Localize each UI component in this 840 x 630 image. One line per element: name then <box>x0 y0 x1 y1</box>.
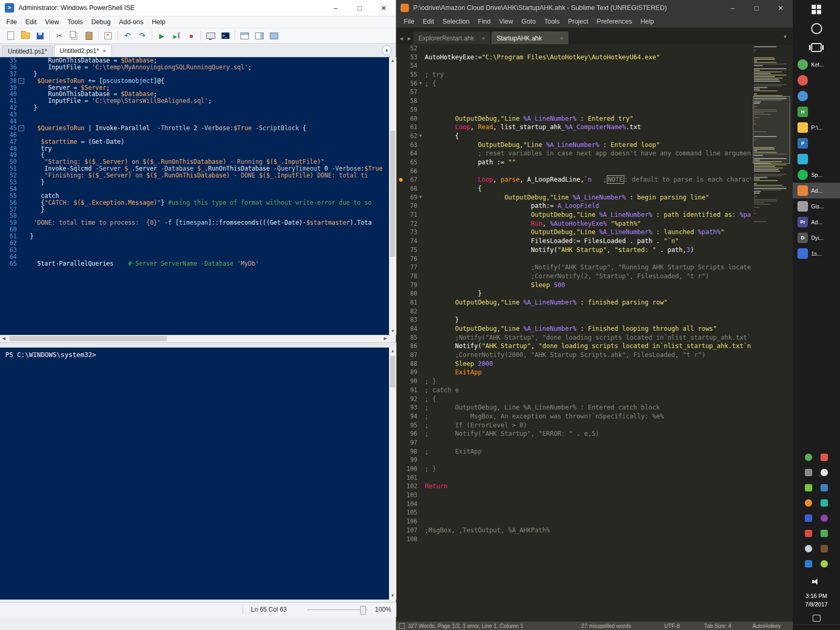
code-line[interactable]: 92; { <box>396 395 751 404</box>
tab-untitled1-ps1[interactable]: Untitled1.ps1* <box>2 46 53 57</box>
run-script-button[interactable] <box>155 30 169 41</box>
code-line[interactable]: 42 } <box>0 104 389 111</box>
scroll-up-arrow-icon[interactable]: ▲ <box>389 348 396 355</box>
code-line[interactable]: 91; catch e <box>396 386 751 395</box>
code-line[interactable]: 104 <box>396 500 751 509</box>
tray-icon[interactable] <box>821 484 828 491</box>
code-line[interactable]: 48 try <box>0 145 389 152</box>
scrollbar-thumb[interactable] <box>390 131 395 257</box>
cut-button[interactable] <box>52 30 66 41</box>
sublime-maximize-button[interactable]: □ <box>744 0 769 16</box>
fold-arrow-icon[interactable]: ▼ <box>417 132 424 141</box>
start-button[interactable] <box>793 0 840 19</box>
code-line[interactable]: 62 <box>0 240 389 247</box>
menu-item-edit[interactable]: Edit <box>21 17 41 27</box>
code-line[interactable]: 53 } <box>0 179 389 186</box>
tray-icon[interactable] <box>805 454 812 461</box>
taskbar-app-button[interactable]: P <box>793 135 840 151</box>
tab-size-status[interactable]: Tab Size: 4 <box>704 623 731 629</box>
code-line[interactable]: 60 OutputDebug,"Line %A_LineNumber% : En… <box>396 114 751 123</box>
code-line[interactable]: 73 OutputDebug,"Line %A_LineNumber% : la… <box>396 228 751 237</box>
undo-button[interactable] <box>121 30 134 41</box>
code-line[interactable]: 106 <box>396 517 751 526</box>
taskbar-clock[interactable]: 3:16 PM 7/8/2017 <box>793 590 840 612</box>
code-line[interactable]: 100; } <box>396 465 751 474</box>
code-line[interactable]: 56 {"CATCH: $($_.Exception.Message)"} #u… <box>0 200 389 206</box>
menu-item-project[interactable]: Project <box>564 17 593 26</box>
code-line[interactable]: 69▼ OutputDebug,"Line %A_LineNumber% : b… <box>396 193 751 202</box>
tray-icon[interactable] <box>805 560 812 568</box>
syntax-status[interactable]: AutoHotkey <box>752 623 781 629</box>
code-line[interactable]: 94; MsgBox, An exception was thrown!`nSp… <box>396 412 751 421</box>
scroll-down-arrow-icon[interactable]: ▼ <box>389 592 396 600</box>
scroll-down-arrow-icon[interactable]: ▼ <box>389 328 396 335</box>
code-line[interactable]: 95; If (ErrorLevel > 0) <box>396 421 751 430</box>
tab-untitled2-ps1[interactable]: Untitled2.ps1*× <box>54 45 112 57</box>
menu-item-debug[interactable]: Debug <box>87 17 115 27</box>
code-line[interactable]: 99 <box>396 456 751 465</box>
code-line[interactable]: 65 path := "" <box>396 158 751 167</box>
code-line[interactable]: 78 ;CornerNotify(2, "Startup", FilesLoad… <box>396 272 751 281</box>
code-line[interactable]: 52 "Finishing: $($_.Server) on $($_.RunO… <box>0 172 389 179</box>
menu-item-selection[interactable]: Selection <box>438 17 474 26</box>
code-line[interactable]: 41 InputFile = 'C:\temp\StarsWillBeAlign… <box>0 98 389 104</box>
scroll-up-arrow-icon[interactable]: ▲ <box>389 57 396 65</box>
menu-item-file[interactable]: File <box>400 17 418 26</box>
code-line[interactable]: 82 <box>396 307 751 316</box>
stop-operation-button[interactable] <box>184 30 198 41</box>
show-script-pane-right-button[interactable] <box>253 30 266 41</box>
tray-icon[interactable] <box>821 454 828 461</box>
code-line[interactable]: 53AutoHotkeyExe:="C:\Program Files\AutoH… <box>396 53 751 62</box>
taskbar-app-button[interactable]: PrAd... <box>793 214 840 230</box>
cortana-button[interactable] <box>793 19 840 38</box>
tray-icon[interactable] <box>821 530 828 537</box>
tab-scroll-right-icon[interactable]: ▶ <box>405 32 413 45</box>
taskbar-app-button[interactable]: Ad... <box>793 183 840 198</box>
code-line[interactable]: 86 Notify("AHK Startup", "done loading s… <box>396 342 751 351</box>
code-line[interactable]: 58 <box>396 97 751 106</box>
minimap-viewport[interactable] <box>753 96 790 164</box>
code-line[interactable]: 63 OutputDebug,"Line %A_LineNumber% : En… <box>396 141 751 150</box>
code-line[interactable]: 61 } <box>0 233 389 240</box>
code-line[interactable]: 60 <box>0 226 389 233</box>
code-line[interactable]: 98; ExitApp <box>396 447 751 456</box>
scroll-right-arrow-icon[interactable]: ▶ <box>382 335 389 342</box>
tray-icon[interactable] <box>805 499 812 507</box>
tab-close-icon[interactable]: × <box>482 35 485 41</box>
ise-console-vertical-scrollbar[interactable]: ▲ ▼ <box>389 348 396 600</box>
code-line[interactable]: 70 path:= A_LoopField <box>396 202 751 211</box>
tray-icon[interactable] <box>805 514 812 522</box>
fold-toggle-icon[interactable]: - <box>18 125 24 131</box>
menu-item-file[interactable]: File <box>2 17 21 27</box>
code-line[interactable]: 36 InputFile = 'C:\temp\MyAnnoyingLongSQ… <box>0 64 389 71</box>
code-line[interactable]: 96; Notify("AHK Startup", "ERROR: " . e,… <box>396 429 751 438</box>
taskbar-app-button[interactable]: DDyi... <box>793 230 840 246</box>
tray-icon[interactable] <box>805 484 812 491</box>
menu-item-goto[interactable]: Goto <box>517 17 540 26</box>
zoom-slider-track[interactable] <box>307 610 368 610</box>
fold-toggle-icon[interactable]: - <box>18 78 24 84</box>
code-line[interactable]: 52 <box>396 44 751 53</box>
show-script-pane-maximized-button[interactable] <box>267 30 281 41</box>
taskbar-app-button[interactable] <box>793 88 840 104</box>
menu-item-edit[interactable]: Edit <box>418 17 438 26</box>
clear-console-button[interactable] <box>101 30 115 41</box>
code-line[interactable]: 43 <box>0 111 389 118</box>
code-line[interactable]: 57 } <box>0 206 389 213</box>
code-line[interactable]: 81 OutputDebug,"Line %A_LineNumber% : fi… <box>396 298 751 307</box>
code-line[interactable]: 101 <box>396 474 751 482</box>
collapse-script-pane-button[interactable]: ▲ <box>382 45 392 55</box>
run-selection-button[interactable] <box>170 30 183 41</box>
sublime-minimize-button[interactable]: – <box>720 0 744 16</box>
tray-icon[interactable] <box>821 469 828 476</box>
tab-overflow-icon[interactable]: ▼ <box>783 34 788 39</box>
paste-button[interactable] <box>82 30 96 41</box>
code-line[interactable]: 77 ;Notify("AHK Startup", "Running AHK S… <box>396 263 751 272</box>
status-grid-icon[interactable] <box>399 623 405 629</box>
code-line[interactable]: 83 } <box>396 316 751 324</box>
menu-item-preferences[interactable]: Preferences <box>593 17 636 26</box>
taskbar-app-button[interactable]: Sp... <box>793 167 840 183</box>
code-line[interactable]: 93; OutputDebug, Line %A_LineNumber% : E… <box>396 403 751 412</box>
ise-console-pane[interactable]: PS C:\WINDOWS\system32> <box>0 348 389 600</box>
action-center-button[interactable] <box>793 612 840 624</box>
